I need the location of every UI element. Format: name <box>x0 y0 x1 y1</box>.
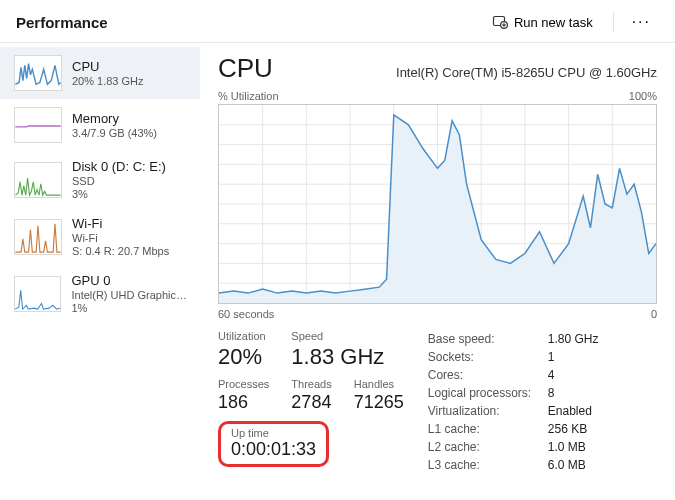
main-title: CPU <box>218 53 273 84</box>
base-speed-v: 1.80 GHz <box>548 332 599 346</box>
utilization-chart <box>218 104 657 304</box>
stats: Utilization Speed 20% 1.83 GHz Processes… <box>218 330 657 472</box>
base-speed-k: Base speed: <box>428 332 538 346</box>
handles-label: Handles <box>354 378 404 390</box>
body: CPU 20% 1.83 GHz Memory 3.4/7.9 GB (43%)… <box>0 43 675 500</box>
chart-top-right-label: 100% <box>629 90 657 102</box>
l2-v: 1.0 MB <box>548 440 599 454</box>
handles-value: 71265 <box>354 392 404 413</box>
processes-value: 186 <box>218 392 269 413</box>
sidebar-item-disk[interactable]: Disk 0 (D: C: E:) SSD 3% <box>0 151 200 208</box>
run-task-icon <box>492 14 508 30</box>
virt-v: Enabled <box>548 404 599 418</box>
disk-thumb <box>14 162 62 198</box>
threads-label: Threads <box>291 378 331 390</box>
sidebar-wifi-name: Wi-Fi <box>72 216 169 231</box>
chart-top-left-label: % Utilization <box>218 90 279 102</box>
sidebar-cpu-sub: 20% 1.83 GHz <box>72 75 144 87</box>
main-panel: CPU Intel(R) Core(TM) i5-8265U CPU @ 1.6… <box>200 43 675 500</box>
cores-v: 4 <box>548 368 599 382</box>
l1-k: L1 cache: <box>428 422 538 436</box>
sidebar-item-wifi[interactable]: Wi-Fi Wi-Fi S: 0.4 R: 20.7 Mbps <box>0 208 200 265</box>
sidebar-item-gpu[interactable]: GPU 0 Intel(R) UHD Graphics ... 1% <box>0 265 200 322</box>
sidebar-memory-name: Memory <box>72 111 157 126</box>
l1-v: 256 KB <box>548 422 599 436</box>
l3-v: 6.0 MB <box>548 458 599 472</box>
sidebar-gpu-name: GPU 0 <box>71 273 190 288</box>
page-title: Performance <box>16 14 108 31</box>
uptime-label: Up time <box>231 427 316 439</box>
cpu-thumb <box>14 55 62 91</box>
header: Performance Run new task ··· <box>0 0 675 43</box>
utilization-value: 20% <box>218 344 269 370</box>
processes-label: Processes <box>218 378 269 390</box>
sidebar-memory-sub: 3.4/7.9 GB (43%) <box>72 127 157 139</box>
lps-k: Logical processors: <box>428 386 538 400</box>
uptime-highlight: Up time 0:00:01:33 <box>218 421 329 467</box>
sockets-k: Sockets: <box>428 350 538 364</box>
l3-k: L3 cache: <box>428 458 538 472</box>
sockets-v: 1 <box>548 350 599 364</box>
chart-bottom-right-label: 0 <box>651 308 657 320</box>
sidebar-cpu-name: CPU <box>72 59 144 74</box>
uptime-value: 0:00:01:33 <box>231 439 316 460</box>
gpu-thumb <box>14 276 61 312</box>
run-new-task-label: Run new task <box>514 15 593 30</box>
wifi-thumb <box>14 219 62 255</box>
more-button[interactable]: ··· <box>624 11 659 33</box>
header-actions: Run new task ··· <box>482 10 659 34</box>
sidebar-wifi-sub1: Wi-Fi <box>72 232 169 244</box>
sidebar-item-memory[interactable]: Memory 3.4/7.9 GB (43%) <box>0 99 200 151</box>
sidebar-disk-name: Disk 0 (D: C: E:) <box>72 159 166 174</box>
sidebar-disk-sub1: SSD <box>72 175 166 187</box>
utilization-label: Utilization <box>218 330 269 342</box>
l2-k: L2 cache: <box>428 440 538 454</box>
memory-thumb <box>14 107 62 143</box>
sidebar-wifi-sub2: S: 0.4 R: 20.7 Mbps <box>72 245 169 257</box>
sidebar: CPU 20% 1.83 GHz Memory 3.4/7.9 GB (43%)… <box>0 43 200 500</box>
speed-label: Speed <box>291 330 331 342</box>
chart-bottom-left-label: 60 seconds <box>218 308 274 320</box>
sidebar-gpu-sub1: Intel(R) UHD Graphics ... <box>71 289 190 301</box>
lps-v: 8 <box>548 386 599 400</box>
virt-k: Virtualization: <box>428 404 538 418</box>
cores-k: Cores: <box>428 368 538 382</box>
cpu-details: Base speed:1.80 GHz Sockets:1 Cores:4 Lo… <box>428 330 599 472</box>
divider <box>613 12 614 32</box>
speed-value: 1.83 GHz <box>291 344 403 370</box>
sidebar-disk-sub2: 3% <box>72 188 166 200</box>
cpu-model: Intel(R) Core(TM) i5-8265U CPU @ 1.60GHz <box>396 65 657 80</box>
threads-value: 2784 <box>291 392 331 413</box>
sidebar-gpu-sub2: 1% <box>71 302 190 314</box>
sidebar-item-cpu[interactable]: CPU 20% 1.83 GHz <box>0 47 200 99</box>
run-new-task-button[interactable]: Run new task <box>482 10 603 34</box>
